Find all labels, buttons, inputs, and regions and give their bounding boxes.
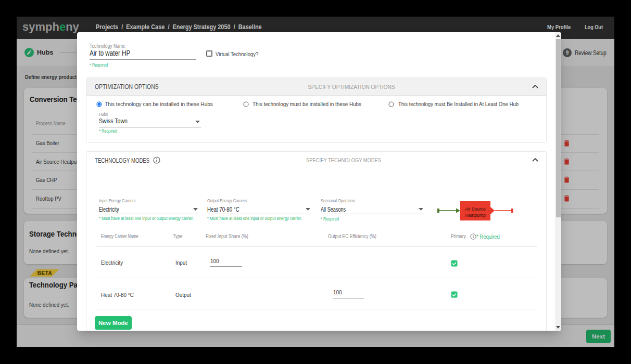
svg-text:Air Source: Air Source [465,206,486,212]
svg-text:Heatpump: Heatpump [465,213,485,218]
